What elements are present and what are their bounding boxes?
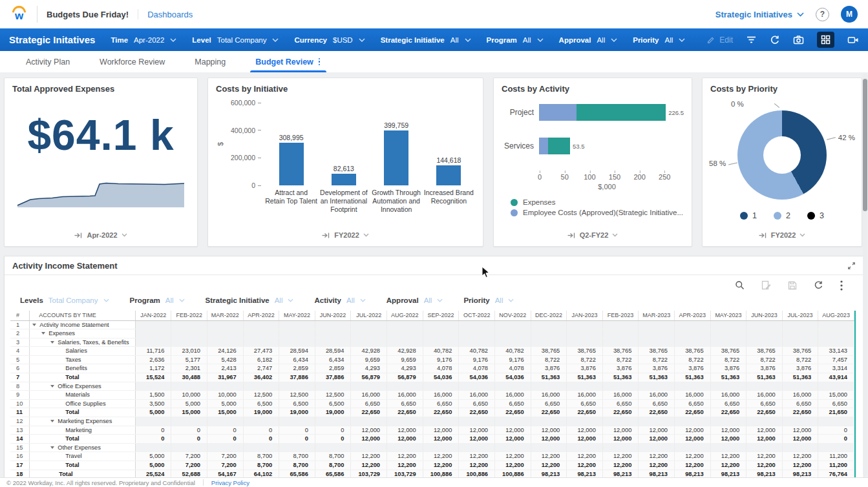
stacked-period-selector[interactable]: Q2-FY22 [567, 231, 619, 240]
cell [387, 338, 423, 347]
cell: 28,594 [279, 347, 315, 356]
cell [279, 382, 315, 391]
cell [387, 417, 423, 426]
more-options-icon[interactable] [840, 280, 843, 291]
cell: 38,765 [746, 347, 783, 356]
cell: 6,650 [675, 399, 711, 408]
collapse-caret-icon[interactable] [50, 341, 54, 344]
cell: 22,650 [602, 408, 639, 417]
collapse-caret-icon[interactable] [50, 420, 54, 422]
sheet-filter-strategic-initiative[interactable]: Strategic Initiative All [206, 296, 294, 304]
toolbar-filter-approval[interactable]: Approval All [559, 36, 618, 44]
refresh-icon[interactable] [770, 35, 780, 45]
filter-value: All [275, 296, 283, 304]
grid-view-icon[interactable] [817, 32, 834, 48]
cell [171, 443, 207, 452]
cell: 51,363 [567, 373, 603, 382]
card-total-approved-expenses: Total Approved Expenses $64.1 k Apr-2022 [4, 78, 198, 247]
collapse-caret-icon[interactable] [32, 324, 36, 326]
total-label: 53.5 [573, 143, 585, 150]
sheet-filter-approval[interactable]: Approval All [386, 296, 443, 304]
cell: 12,000 [675, 435, 711, 444]
chevron-down-icon [272, 38, 279, 42]
sheet-edit-icon[interactable] [761, 280, 771, 290]
toolbar-filter-time[interactable]: Time Apr-2022 [111, 36, 176, 44]
workday-logo-icon[interactable]: w [10, 5, 28, 25]
search-icon[interactable] [735, 280, 745, 290]
edit-button[interactable]: Edit [706, 36, 733, 45]
cell [675, 338, 711, 347]
column-header: FEB-2023 [602, 311, 639, 320]
avatar[interactable]: M [841, 6, 858, 23]
privacy-policy-link[interactable]: Privacy Policy [211, 479, 249, 486]
kpi-period-selector[interactable]: Apr-2022 [74, 231, 127, 240]
cell [746, 382, 783, 391]
cell: 22,650 [639, 408, 675, 417]
sheet-filter-program[interactable]: Program All [130, 296, 185, 304]
collapse-caret-icon[interactable] [50, 385, 54, 388]
time-travel-icon [74, 232, 83, 239]
toolbar-filter-level[interactable]: Level Total Company [192, 36, 279, 44]
bar-growth-through-automation-and-innovation: 399,759 [370, 121, 423, 185]
vertical-scrollbar-thumb[interactable] [863, 79, 867, 211]
table-row: 4 Salaries11,71623,01024,12627,47328,594… [10, 347, 854, 356]
dashboards-link[interactable]: Dashboards [147, 10, 193, 19]
cell [710, 417, 746, 426]
cell: 0 [279, 426, 315, 435]
toolbar-filter-program[interactable]: Program All [487, 36, 544, 44]
cell: 22,650 [495, 408, 531, 417]
cell [315, 338, 351, 347]
cell: 4,078 [495, 364, 531, 373]
cell: 2,301 [171, 364, 207, 373]
toolbar-filter-priority[interactable]: Priority All [633, 36, 685, 44]
cell: 12,000 [639, 435, 675, 444]
toolbar-filter-strategic-initiative[interactable]: Strategic Initiative All [381, 36, 471, 44]
tab-menu-icon[interactable] [317, 57, 322, 67]
legend-swatch [774, 212, 781, 220]
collapse-caret-icon[interactable] [50, 446, 54, 449]
cell [710, 382, 746, 391]
sheet-filter-levels[interactable]: Levels Total Company [20, 296, 109, 304]
cell: 6,650 [782, 399, 818, 408]
camera-icon[interactable] [793, 35, 804, 45]
filter-icon[interactable] [746, 35, 757, 45]
expand-icon[interactable] [847, 262, 856, 270]
cell: 28,594 [315, 347, 351, 356]
column-header: MAR-2023 [639, 311, 675, 320]
cell: 3,876 [710, 364, 746, 373]
cell [459, 443, 495, 452]
cell [135, 320, 171, 329]
cell: 12,200 [387, 461, 423, 470]
tab-workforce-review[interactable]: Workforce Review [98, 51, 166, 72]
refresh-icon[interactable] [814, 280, 823, 290]
help-icon[interactable]: ? [816, 8, 829, 21]
cell: 12,200 [639, 461, 675, 470]
save-icon[interactable] [788, 281, 797, 290]
bar-value-label: 308,995 [279, 134, 304, 141]
bar-period-selector[interactable]: FY2022 [322, 231, 369, 240]
cell: 16,000 [459, 391, 495, 400]
cell: 15,000 [818, 391, 854, 400]
account-label: Other Expenses [30, 443, 136, 452]
employee-costs-segment [539, 104, 577, 121]
tab-activity-plan[interactable]: Activity Plan [25, 51, 71, 72]
video-icon[interactable] [847, 36, 859, 45]
cell: 54,036 [495, 373, 531, 382]
cell [135, 417, 171, 426]
cell: 15,000 [207, 408, 244, 417]
sheet-filter-priority[interactable]: Priority All [463, 296, 514, 304]
cell [423, 338, 459, 347]
sheet-filter-activity[interactable]: Activity All [314, 296, 365, 304]
tab-budget-review[interactable]: Budget Review [254, 51, 323, 72]
row-number: 16 [10, 452, 30, 461]
donut-period-selector[interactable]: FY2022 [759, 231, 806, 240]
cell: 40,782 [495, 347, 531, 356]
workspace-selector[interactable]: Strategic Initiatives [715, 10, 804, 19]
dashboard-title: Strategic Initatives [9, 34, 95, 45]
category-label: Development of an International Footprin… [317, 189, 370, 214]
collapse-caret-icon[interactable] [41, 332, 45, 335]
activity-income-statement-panel: Activity Income Statement Levels [4, 256, 864, 487]
tab-mapping[interactable]: Mapping [193, 51, 227, 72]
toolbar-filter-currency[interactable]: Currency $USD [294, 36, 365, 44]
cell: 12,200 [782, 461, 818, 470]
